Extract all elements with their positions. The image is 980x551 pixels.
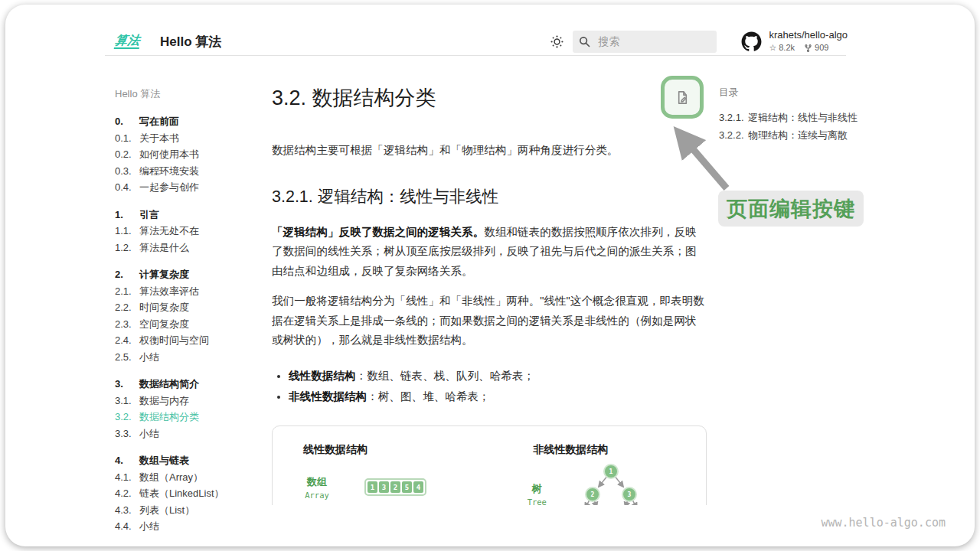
bullet-item: 非线性数据结构：树、图、堆、哈希表； bbox=[289, 386, 707, 407]
sun-icon bbox=[550, 35, 564, 48]
sidebar-item-number: 2.3. bbox=[115, 316, 139, 333]
sidebar-item-label: 计算复杂度 bbox=[139, 269, 189, 280]
array-cell: 2 bbox=[390, 481, 400, 493]
search-input[interactable] bbox=[596, 34, 707, 48]
sidebar-item-number: 4. bbox=[115, 452, 139, 469]
sidebar-item-number: 3.2. bbox=[115, 409, 139, 425]
sidebar-item-label: 数组（Array） bbox=[139, 471, 203, 483]
sidebar-item[interactable]: 0.写在前面 bbox=[115, 113, 268, 130]
sidebar-item-number: 2.2. bbox=[115, 299, 139, 316]
intro-paragraph: 数据结构主要可根据「逻辑结构」和「物理结构」两种角度进行分类。 bbox=[272, 141, 707, 161]
sidebar-item-number: 0.1. bbox=[115, 130, 139, 147]
data-structures-figure: 线性数据结构 数组 Array 13254 链表 Linked List 132… bbox=[272, 425, 707, 506]
sidebar-item[interactable]: 1.1.算法无处不在 bbox=[115, 223, 268, 240]
site-url: www.hello-algo.com bbox=[821, 516, 946, 530]
sidebar-item-number: 2. bbox=[115, 266, 139, 283]
sidebar-item[interactable]: 4.数组与链表 bbox=[115, 452, 268, 469]
browser-page: 算法 Hello 算法 bbox=[5, 5, 975, 546]
sidebar-item[interactable]: 4.4.小结 bbox=[115, 518, 268, 535]
sidebar-item[interactable]: 2.3.空间复杂度 bbox=[115, 316, 268, 333]
github-repo-name: krahets/hello-algo bbox=[769, 29, 848, 41]
bold-lead: 「逻辑结构」反映了数据之间的逻辑关系。 bbox=[272, 226, 484, 238]
sidebar-item[interactable]: 2.4.权衡时间与空间 bbox=[115, 332, 268, 349]
theme-toggle-button[interactable] bbox=[550, 34, 564, 48]
sidebar-item-number: 0. bbox=[115, 113, 139, 130]
bullet-rest: ：数组、链表、栈、队列、哈希表； bbox=[356, 370, 535, 382]
sidebar-item-number: 3.1. bbox=[115, 393, 139, 409]
sidebar-item-number: 1.1. bbox=[115, 223, 139, 240]
bullet-item: 线性数据结构：数组、链表、栈、队列、哈希表； bbox=[289, 366, 707, 386]
sidebar-item-number: 3.3. bbox=[115, 425, 139, 442]
tree-row: 树 Tree 1234567 bbox=[510, 463, 698, 506]
sidebar-item-number: 0.4. bbox=[115, 179, 139, 196]
sidebar-item[interactable]: 4.2.链表（LinkedList） bbox=[115, 485, 268, 502]
sidebar-item-number: 2.1. bbox=[115, 283, 139, 300]
sidebar-item-number: 0.3. bbox=[115, 163, 139, 180]
array-cell: 4 bbox=[413, 481, 423, 493]
sidebar-item[interactable]: 0.3.编程环境安装 bbox=[115, 163, 268, 180]
github-repo-text: krahets/hello-algo ☆8.2k 909 bbox=[769, 29, 848, 54]
array-label-zh: 数组 bbox=[280, 475, 354, 489]
linear-column: 线性数据结构 数组 Array 13254 链表 Linked List 132… bbox=[280, 437, 510, 506]
tree-svg: 1234567 bbox=[564, 463, 659, 506]
sidebar-item-label: 权衡时间与空间 bbox=[139, 334, 209, 346]
sidebar-item-label: 编程环境安装 bbox=[139, 165, 199, 177]
star-icon: ☆ bbox=[769, 43, 776, 54]
toc-item[interactable]: 3.2.1.逻辑结构：线性与非线性 bbox=[719, 109, 884, 126]
sidebar-item[interactable]: 2.2.时间复杂度 bbox=[115, 299, 268, 316]
section-heading: 3.2.1. 逻辑结构：线性与非线性 bbox=[272, 185, 707, 207]
fork-count: 909 bbox=[815, 43, 828, 54]
tree-label-zh: 树 bbox=[510, 482, 564, 496]
array-cell: 1 bbox=[368, 481, 377, 493]
toc-item-number: 3.2.1. bbox=[719, 109, 748, 126]
sidebar-item-label: 写在前面 bbox=[139, 116, 179, 127]
sidebar-item-label: 空间复杂度 bbox=[139, 318, 189, 330]
sidebar-item[interactable]: 1.引言 bbox=[115, 207, 268, 223]
sidebar-item[interactable]: 3.3.小结 bbox=[115, 425, 268, 442]
bullet-bold: 线性数据结构 bbox=[289, 370, 356, 382]
github-repo-link[interactable]: krahets/hello-algo ☆8.2k 909 bbox=[741, 29, 848, 54]
sidebar-item[interactable]: 0.4.一起参与创作 bbox=[115, 179, 268, 196]
sidebar-item-active[interactable]: 3.2.数据结构分类 bbox=[115, 409, 268, 425]
search-box[interactable] bbox=[573, 31, 717, 53]
array-label-en: Array bbox=[280, 491, 354, 500]
sidebar-item-label: 引言 bbox=[139, 209, 159, 220]
header-divider bbox=[105, 55, 846, 56]
sidebar-item-label: 算法无处不在 bbox=[139, 225, 199, 236]
sidebar-item[interactable]: 4.3.列表（List） bbox=[115, 502, 268, 519]
sidebar-item[interactable]: 2.5.小结 bbox=[115, 349, 268, 366]
sidebar-item-label: 算法是什么 bbox=[139, 242, 189, 253]
bullet-rest: ：树、图、堆、哈希表； bbox=[367, 390, 490, 403]
sidebar-item-label: 小结 bbox=[139, 520, 159, 532]
svg-text:1: 1 bbox=[609, 468, 613, 474]
sidebar-item[interactable]: 2.1.算法效率评估 bbox=[115, 283, 268, 300]
sidebar-item-label: 数据结构分类 bbox=[139, 411, 199, 422]
sidebar-item[interactable]: 3.数据结构简介 bbox=[115, 376, 268, 393]
sidebar-item[interactable]: 1.2.算法是什么 bbox=[115, 240, 268, 256]
sidebar-item-number: 1.2. bbox=[115, 240, 139, 256]
sidebar-item-label: 小结 bbox=[139, 428, 159, 439]
sidebar-item[interactable]: 2.计算复杂度 bbox=[115, 266, 268, 283]
toc-item[interactable]: 3.2.2.物理结构：连续与离散 bbox=[719, 126, 884, 144]
sidebar-item[interactable]: 0.1.关于本书 bbox=[115, 130, 268, 147]
site-logo[interactable]: 算法 bbox=[114, 34, 142, 49]
sidebar-item-label: 列表（List） bbox=[139, 504, 194, 516]
toc-item-number: 3.2.2. bbox=[719, 126, 748, 144]
tree-diagram: 1234567 bbox=[564, 463, 659, 506]
sidebar-item-label: 链表（LinkedList） bbox=[139, 487, 224, 499]
array-cell: 5 bbox=[402, 481, 412, 493]
sidebar-item-label: 关于本书 bbox=[139, 132, 179, 144]
page-title: 3.2. 数据结构分类 bbox=[272, 84, 707, 112]
search-icon bbox=[579, 36, 590, 47]
sidebar-item-label: 数据与内存 bbox=[139, 395, 189, 406]
sidebar-item[interactable]: 3.1.数据与内存 bbox=[115, 393, 268, 409]
nonlinear-column: 非线性数据结构 树 Tree 1234567 图 Graph 12345 bbox=[510, 437, 698, 506]
edit-file-icon bbox=[674, 89, 691, 106]
page-edit-button[interactable] bbox=[661, 76, 704, 119]
sidebar-item-number: 4.4. bbox=[115, 518, 139, 535]
array-cell: 3 bbox=[379, 481, 389, 493]
sidebar-item-number: 0.2. bbox=[115, 146, 139, 163]
sidebar-item[interactable]: 4.1.数组（Array） bbox=[115, 469, 268, 486]
sidebar-item[interactable]: 0.2.如何使用本书 bbox=[115, 146, 268, 163]
toc-panel: 目录 3.2.1.逻辑结构：线性与非线性3.2.2.物理结构：连续与离散 bbox=[719, 86, 884, 144]
